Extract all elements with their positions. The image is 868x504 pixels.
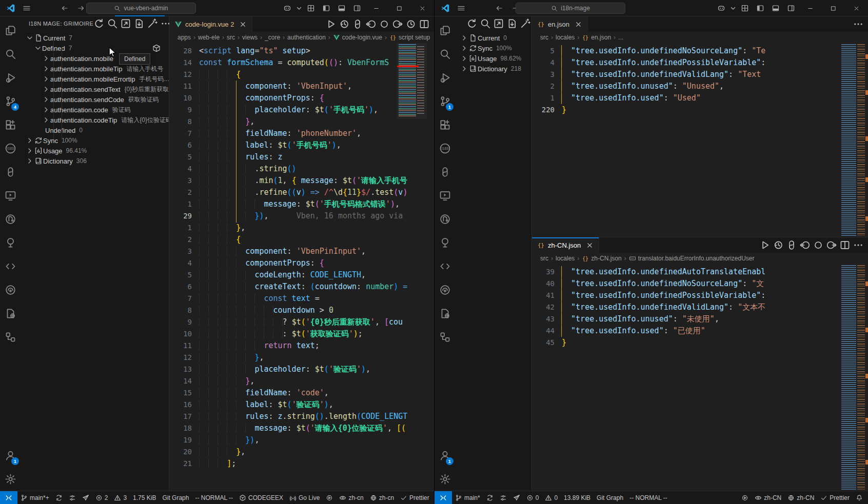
status-item-remote[interactable]: [435, 491, 452, 504]
activity-item-file-settings[interactable]: [0, 301, 21, 325]
search-icon[interactable]: [107, 18, 118, 29]
menu-icon[interactable]: [457, 4, 465, 12]
activity-item-extensions[interactable]: [0, 113, 21, 136]
menu-icon[interactable]: [23, 4, 31, 12]
activity-item-search[interactable]: [435, 42, 455, 66]
close-icon[interactable]: [586, 241, 594, 249]
forward-button[interactable]: [77, 4, 85, 12]
status-item-warning[interactable]: 3: [111, 491, 130, 504]
status-item-eye[interactable]: zh-CN: [752, 491, 784, 504]
breadcrumb-item[interactable]: translator.baiduErrorInfo.unauthorizedUs…: [629, 255, 755, 262]
more-icon[interactable]: [853, 239, 864, 251]
forward-circle-icon[interactable]: [392, 18, 403, 30]
status-item-rocket[interactable]: [510, 491, 523, 504]
activity-item-file-settings[interactable]: [435, 301, 455, 325]
breadcrumb-item[interactable]: code-login.vue: [333, 34, 382, 41]
back-circle-icon[interactable]: [799, 239, 811, 251]
activity-item-source-control[interactable]: 4: [0, 89, 21, 113]
status-item[interactable]: -- NORMAL --: [626, 491, 670, 504]
activity-item-preview[interactable]: [435, 278, 455, 301]
activity-item-extensions[interactable]: [435, 113, 455, 136]
chevron-down-icon[interactable]: [295, 0, 303, 16]
status-item[interactable]: 13.89 KiB: [561, 491, 594, 504]
breadcrumb-item[interactable]: {}zh-CN.json: [582, 255, 621, 262]
win-min-button[interactable]: [365, 0, 388, 16]
copilot-icon[interactable]: [280, 0, 295, 16]
command-center[interactable]: i18n-mage: [516, 3, 625, 14]
minimap[interactable]: [840, 43, 868, 237]
breadcrumb-item[interactable]: locales: [556, 34, 575, 41]
activity-item-account[interactable]: 1: [0, 443, 21, 467]
status-item-globe[interactable]: zh-cn: [367, 491, 397, 504]
tree-row-dictionary[interactable]: Dictionary218: [455, 64, 531, 74]
breadcrumb-item[interactable]: src: [540, 34, 548, 41]
breadcrumb-item[interactable]: {}en.json: [582, 34, 611, 41]
tree-row-undefined[interactable]: Undefined0: [21, 125, 169, 135]
layout-right-icon[interactable]: [783, 0, 799, 16]
history-icon[interactable]: [339, 18, 350, 30]
status-item-bell[interactable]: [853, 491, 866, 504]
status-item[interactable]: 1.75 KiB: [130, 491, 159, 504]
status-item-warning[interactable]: 0: [542, 491, 561, 504]
status-item-tune[interactable]: [497, 491, 510, 504]
minimap[interactable]: [397, 43, 427, 119]
status-item-error[interactable]: 2: [92, 491, 111, 504]
status-item[interactable]: Git Graph: [159, 491, 192, 504]
status-item-globe[interactable]: zh-CN: [784, 491, 817, 504]
breadcrumb-item[interactable]: {}script setup: [389, 34, 430, 41]
win-close-button[interactable]: [411, 0, 434, 16]
breadcrumb-item[interactable]: authentication: [287, 34, 326, 41]
breadcrumb-item[interactable]: src: [227, 34, 235, 41]
status-item-check[interactable]: Prettier: [397, 491, 432, 504]
activity-item-workflow[interactable]: [0, 325, 21, 349]
breadcrumb-item[interactable]: web-ele: [198, 34, 220, 41]
activity-item-test-tree[interactable]: [435, 231, 455, 254]
history-icon[interactable]: [773, 239, 784, 251]
status-item-tune[interactable]: [66, 491, 79, 504]
breadcrumb-item[interactable]: src: [540, 255, 548, 262]
close-icon[interactable]: [239, 21, 247, 28]
activity-item-source-control[interactable]: 1: [435, 89, 455, 113]
win-close-button[interactable]: [845, 0, 868, 16]
back-button[interactable]: [61, 4, 69, 12]
back-circle-icon[interactable]: [365, 18, 377, 30]
breadcrumb-item[interactable]: _core: [265, 34, 280, 41]
copilot-icon[interactable]: [714, 0, 729, 16]
activity-item-code-tags[interactable]: [0, 254, 21, 278]
layout-left-icon[interactable]: [319, 0, 334, 16]
tree-row-sync[interactable]: Sync100%: [455, 43, 531, 53]
status-item-play-circle[interactable]: [738, 491, 752, 504]
breadcrumb-item[interactable]: ...: [618, 34, 623, 41]
forward-circle-icon[interactable]: [826, 239, 837, 251]
openai-icon[interactable]: [786, 239, 797, 251]
export-icon[interactable]: [133, 18, 145, 29]
activity-item-explorer[interactable]: [435, 18, 455, 42]
status-item-remote[interactable]: [0, 491, 17, 504]
tree-row-sync[interactable]: Sync100%: [21, 135, 169, 146]
tree-row-dictionary[interactable]: Dictionary306: [21, 156, 169, 166]
tree-row-authentication-mobileerrortip[interactable]: authentication.mobileErrortip手机号码...: [21, 74, 169, 84]
activity-item-openai[interactable]: [435, 160, 455, 184]
status-item-codegeex[interactable]: CODEGEEX: [236, 491, 286, 504]
activity-item-i18n-badge[interactable]: I18S: [0, 136, 21, 160]
wand-icon[interactable]: [520, 18, 531, 29]
status-item-git-branch[interactable]: main*+: [17, 491, 52, 504]
split-icon[interactable]: [419, 18, 430, 30]
search-icon[interactable]: [480, 18, 491, 29]
layout-left-icon[interactable]: [753, 0, 768, 16]
status-item[interactable]: Git Graph: [594, 491, 626, 504]
layout-bottom-icon[interactable]: [768, 0, 783, 16]
status-item-eye[interactable]: zh-cn: [336, 491, 366, 504]
activity-item-search[interactable]: [0, 42, 21, 66]
layout-bottom-icon[interactable]: [334, 0, 349, 16]
play-icon[interactable]: [325, 18, 337, 30]
more-icon[interactable]: [853, 18, 864, 30]
clock-play-icon[interactable]: [405, 18, 417, 30]
activity-item-remote-screen[interactable]: [0, 184, 21, 207]
activity-item-preview[interactable]: [0, 278, 21, 301]
wand-icon[interactable]: [147, 18, 158, 29]
tree-row-authentication-code[interactable]: authentication.code验证码: [21, 105, 169, 115]
tree-row-authentication-codetip[interactable]: authentication.codeTip请输入{0}位验证码: [21, 115, 169, 125]
layout-grid-icon[interactable]: [737, 0, 753, 16]
package-icon[interactable]: [152, 44, 161, 52]
